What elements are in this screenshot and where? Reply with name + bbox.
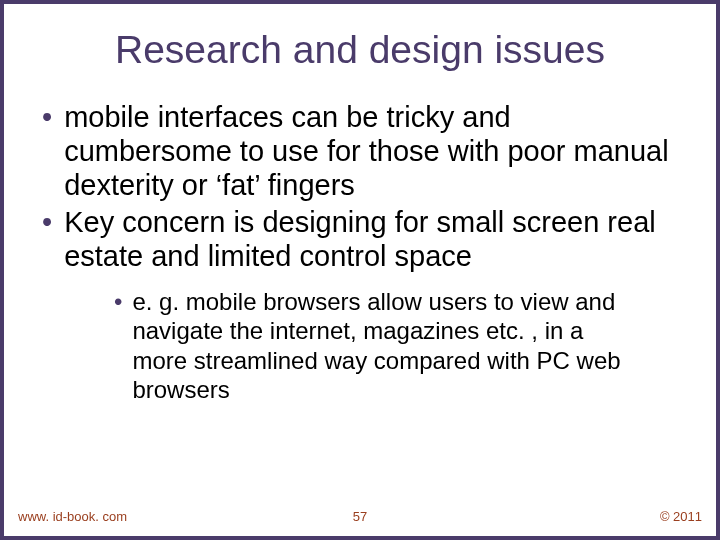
bullet-text: mobile interfaces can be tricky and cumb… xyxy=(64,100,682,203)
bullet-dot-icon: • xyxy=(42,205,52,239)
slide-number: 57 xyxy=(353,509,367,524)
list-item: • Key concern is designing for small scr… xyxy=(42,205,682,273)
slide-frame: Research and design issues • mobile inte… xyxy=(0,0,720,540)
footer-url: www. id-book. com xyxy=(18,509,127,524)
bullet-dot-icon: • xyxy=(42,100,52,134)
slide-footer: www. id-book. com 57 © 2011 xyxy=(4,504,716,524)
list-item: • e. g. mobile browsers allow users to v… xyxy=(114,287,682,404)
bullet-list: • mobile interfaces can be tricky and cu… xyxy=(42,100,682,404)
slide-title: Research and design issues xyxy=(4,28,716,72)
bullet-dot-icon: • xyxy=(114,287,122,316)
bullet-text: Key concern is designing for small scree… xyxy=(64,205,682,273)
copyright: © 2011 xyxy=(660,509,702,524)
bullet-text: e. g. mobile browsers allow users to vie… xyxy=(132,287,642,404)
list-item: • mobile interfaces can be tricky and cu… xyxy=(42,100,682,203)
